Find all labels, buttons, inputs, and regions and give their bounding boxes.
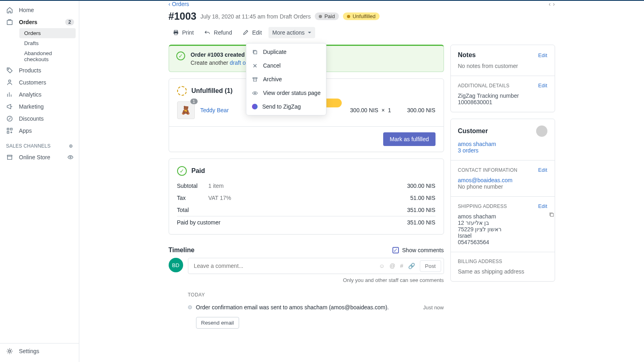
paid-title: Paid [192,167,205,175]
nav-marketing[interactable]: Marketing [0,101,79,113]
pencil-icon [242,29,249,36]
prev-order-icon[interactable]: ‹ [549,1,551,7]
nav-home[interactable]: Home [0,4,79,16]
orders-count: 2 [65,19,74,25]
addl-edit[interactable]: Edit [538,82,547,88]
mention-icon[interactable]: @ [387,263,398,269]
billing-body: Same as shipping address [451,267,555,281]
nav-analytics[interactable]: Analytics [0,88,79,101]
dd-archive[interactable]: Archive [246,72,326,86]
timeline-title: Timeline [169,247,195,254]
svg-rect-6 [7,132,9,134]
nav-drafts[interactable]: Drafts [19,38,79,48]
dd-cancel[interactable]: Cancel [246,59,326,72]
nav-customers[interactable]: Customers [0,76,79,88]
post-button[interactable]: Post [420,260,441,272]
add-channel-icon[interactable]: ⊕ [69,143,73,149]
nav-discounts[interactable]: Discounts [0,113,79,125]
mark-fulfilled-button[interactable]: Mark as fulfilled [383,132,435,146]
hash-icon[interactable]: # [398,263,406,269]
svg-rect-4 [7,128,9,130]
ship-line: בן אליעזר 12 [458,220,547,226]
subtotal-row: Subtotal1 item300.00 NIS [177,180,436,192]
notes-heading: Notes [458,51,476,59]
ship-line: amos shacham [458,213,547,220]
attach-icon[interactable]: 🔗 [406,263,417,269]
comment-input-wrap: ☺ @ # 🔗 Post [188,258,444,274]
dd-status-page[interactable]: View order status page [246,86,326,100]
svg-point-7 [70,156,71,158]
svg-rect-5 [10,128,12,130]
print-icon [173,29,179,36]
fulfillment-title: Unfulfilled (1) [192,87,233,95]
svg-rect-13 [253,78,257,78]
emoji-icon[interactable]: ☺ [377,263,387,269]
eye-icon[interactable] [67,154,74,161]
nav-settings[interactable]: Settings [0,343,79,359]
gear-icon [6,348,13,355]
duplicate-icon [252,49,258,55]
dd-send-zigzag[interactable]: Send to ZigZag [246,100,326,113]
notes-card: Notes Edit No notes from customer ADDITI… [450,45,555,112]
print-button[interactable]: Print [169,27,198,38]
paidby-row: Paid by customer351.00 NIS [177,216,436,228]
nav-products[interactable]: Products [0,64,79,76]
back-link[interactable]: ‹ Orders [169,1,189,7]
show-comments-toggle[interactable]: ✓ Show comments [392,247,444,253]
thumbnail-qty: 1 [190,99,198,104]
customer-avatar[interactable] [536,125,547,137]
tag-icon [6,67,13,74]
payment-card: ✓ Paid Subtotal1 item300.00 NIS TaxVAT 1… [169,158,444,234]
nav-orders-sub[interactable]: Orders [19,28,76,38]
notes-edit[interactable]: Edit [538,52,547,58]
total-row: Total351.00 NIS [177,204,436,216]
product-thumbnail[interactable]: 🧸 1 [177,101,195,119]
dd-duplicate[interactable]: Duplicate [246,45,326,59]
nav-apps[interactable]: Apps [0,125,79,137]
more-actions-button[interactable]: More actions [268,27,315,38]
user-icon [6,79,13,86]
timeline-event: Order confirmation email was sent to amo… [169,302,444,315]
nav-customers-label: Customers [19,79,46,86]
more-actions-dropdown: Duplicate Cancel Archive View order stat… [246,43,327,115]
customer-email[interactable]: amos@boaideas.com [458,177,547,183]
nav-marketing-label: Marketing [19,103,43,110]
comment-input[interactable] [193,262,377,269]
resend-email-button[interactable]: Resend email [196,317,239,329]
contact-edit[interactable]: Edit [538,167,547,173]
x-icon [252,62,258,69]
orders-icon [6,19,13,26]
copy-address-icon[interactable] [549,212,555,218]
shipping-edit[interactable]: Edit [538,203,547,209]
nav-abandoned[interactable]: Abandoned checkouts [19,48,79,64]
store-icon [6,154,13,161]
nav-online-store-label: Online Store [19,154,50,160]
tax-row: TaxVAT 17%51.00 NIS [177,192,436,204]
next-order-icon[interactable]: › [553,1,555,7]
svg-rect-9 [174,30,178,31]
edit-button[interactable]: Edit [238,27,266,38]
nav-online-store[interactable]: Online Store [0,151,79,163]
customer-orders-link[interactable]: 3 orders [458,147,547,154]
discount-icon [6,115,13,122]
order-header: #1003 July 18, 2020 at 11:45 am from Dra… [169,10,555,22]
nav-settings-label: Settings [19,348,39,354]
line-total: 300.00 NIS [407,107,435,113]
user-avatar: BD [169,258,183,272]
home-icon [6,6,13,14]
svg-point-2 [8,80,10,82]
addl-heading: ADDITIONAL DETAILS [458,83,510,88]
unit-price: 300.00 NIS × 1 [350,107,391,113]
refund-button[interactable]: Refund [200,27,236,38]
checkbox-icon: ✓ [392,247,399,253]
nav-orders-label: Orders [19,19,37,25]
shipping-heading: SHIPPING ADDRESS [458,204,507,209]
zigzag-icon [252,104,258,109]
timeline-section: Timeline ✓ Show comments BD ☺ @ [169,241,444,329]
ship-line: 0547563564 [458,239,547,245]
archive-icon [252,76,258,82]
svg-rect-12 [254,51,257,54]
check-circle-icon: ✓ [176,51,185,60]
customer-name-link[interactable]: amos shacham [458,141,547,147]
nav-orders[interactable]: Orders 2 [0,16,79,28]
